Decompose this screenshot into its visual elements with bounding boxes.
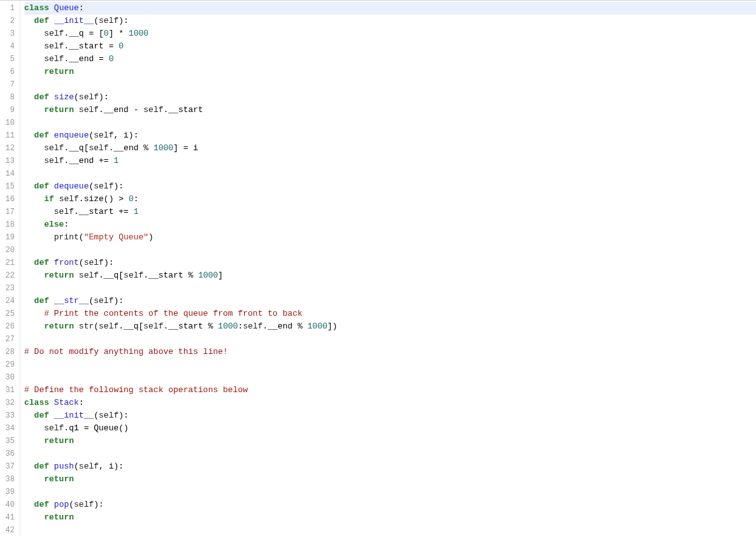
line-number: 6 xyxy=(0,66,15,78)
line-number: 31 xyxy=(0,384,15,397)
code-line[interactable]: else: xyxy=(24,218,756,231)
code-line[interactable] xyxy=(24,486,756,498)
code-line[interactable]: self.__start = 0 xyxy=(24,40,756,53)
line-number: 21 xyxy=(0,257,15,269)
line-number: 36 xyxy=(0,448,15,460)
line-number: 26 xyxy=(0,320,15,333)
code-line[interactable] xyxy=(24,448,756,460)
line-number: 40 xyxy=(0,498,15,511)
line-number: 32 xyxy=(0,397,15,409)
code-editor[interactable]: 1234567891011121314151617181920212223242… xyxy=(0,0,756,536)
code-line[interactable]: return xyxy=(24,511,756,524)
code-line[interactable]: return xyxy=(24,66,756,78)
code-line[interactable]: return xyxy=(24,435,756,448)
code-line[interactable]: return str(self.__q[self.__start % 1000:… xyxy=(24,320,756,333)
line-number: 34 xyxy=(0,422,15,435)
code-line[interactable]: self.__start += 1 xyxy=(24,206,756,218)
code-line[interactable] xyxy=(24,371,756,384)
line-number: 30 xyxy=(0,371,15,384)
line-number: 2 xyxy=(0,15,15,27)
line-number: 18 xyxy=(0,218,15,231)
code-line[interactable] xyxy=(24,116,756,129)
line-number: 13 xyxy=(0,155,15,167)
line-number: 20 xyxy=(0,244,15,257)
line-number: 35 xyxy=(0,435,15,448)
line-number: 27 xyxy=(0,333,15,346)
code-line[interactable]: def size(self): xyxy=(24,91,756,104)
code-line[interactable]: def pop(self): xyxy=(24,498,756,511)
code-line[interactable]: self.__q = [0] * 1000 xyxy=(24,27,756,40)
code-line[interactable] xyxy=(24,524,756,536)
code-line[interactable] xyxy=(24,282,756,295)
line-number: 19 xyxy=(0,231,15,244)
line-number: 25 xyxy=(0,307,15,320)
line-number: 9 xyxy=(0,104,15,116)
code-line[interactable]: # Do not modify anything above this line… xyxy=(24,346,756,358)
code-line[interactable]: def push(self, i): xyxy=(24,460,756,473)
code-line[interactable]: return self.__end - self.__start xyxy=(24,104,756,116)
code-line[interactable] xyxy=(24,167,756,180)
code-line[interactable] xyxy=(24,78,756,91)
code-line[interactable]: def front(self): xyxy=(24,257,756,269)
line-number: 8 xyxy=(0,91,15,104)
line-number: 39 xyxy=(0,486,15,498)
code-line[interactable]: def enqueue(self, i): xyxy=(24,129,756,142)
line-number: 3 xyxy=(0,27,15,40)
code-line[interactable]: print("Empty Queue") xyxy=(24,231,756,244)
code-line[interactable]: class Queue: xyxy=(24,2,756,15)
line-number: 23 xyxy=(0,282,15,295)
line-number: 37 xyxy=(0,460,15,473)
line-number: 22 xyxy=(0,269,15,282)
code-line[interactable]: return self.__q[self.__start % 1000] xyxy=(24,269,756,282)
line-number: 29 xyxy=(0,358,15,371)
line-number: 5 xyxy=(0,53,15,66)
line-number: 24 xyxy=(0,295,15,307)
code-line[interactable]: self.q1 = Queue() xyxy=(24,422,756,435)
line-number: 12 xyxy=(0,142,15,155)
code-line[interactable] xyxy=(24,244,756,257)
line-number: 4 xyxy=(0,40,15,53)
line-number: 41 xyxy=(0,511,15,524)
code-line[interactable]: def __init__(self): xyxy=(24,15,756,27)
code-line[interactable] xyxy=(24,358,756,371)
line-number: 14 xyxy=(0,167,15,180)
line-number: 15 xyxy=(0,180,15,193)
code-line[interactable]: def dequeue(self): xyxy=(24,180,756,193)
code-line[interactable]: self.__end = 0 xyxy=(24,53,756,66)
code-line[interactable]: if self.size() > 0: xyxy=(24,193,756,206)
code-line[interactable]: self.__q[self.__end % 1000] = i xyxy=(24,142,756,155)
code-line[interactable]: # Define the following stack operations … xyxy=(24,384,756,397)
code-line[interactable]: self.__end += 1 xyxy=(24,155,756,167)
code-line[interactable]: def __str__(self): xyxy=(24,295,756,307)
line-number: 38 xyxy=(0,473,15,486)
line-number: 7 xyxy=(0,78,15,91)
line-number: 1 xyxy=(0,2,15,15)
code-line[interactable] xyxy=(24,333,756,346)
line-number: 17 xyxy=(0,206,15,218)
line-number: 42 xyxy=(0,524,15,536)
line-number: 11 xyxy=(0,129,15,142)
code-area[interactable]: class Queue: def __init__(self): self.__… xyxy=(20,1,756,536)
line-number-gutter: 1234567891011121314151617181920212223242… xyxy=(0,1,20,536)
line-number: 16 xyxy=(0,193,15,206)
code-line[interactable]: class Stack: xyxy=(24,397,756,409)
line-number: 28 xyxy=(0,346,15,358)
code-line[interactable]: # Print the contents of the queue from f… xyxy=(24,307,756,320)
line-number: 10 xyxy=(0,116,15,129)
code-line[interactable]: return xyxy=(24,473,756,486)
code-line[interactable]: def __init__(self): xyxy=(24,409,756,422)
line-number: 33 xyxy=(0,409,15,422)
